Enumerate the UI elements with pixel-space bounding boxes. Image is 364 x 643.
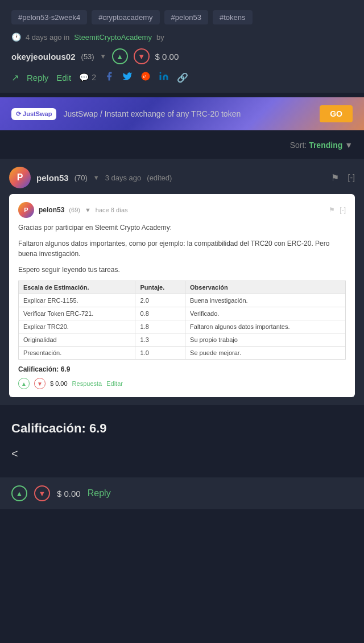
comment-collapse-button[interactable]: [-] xyxy=(348,173,355,182)
bottom-upvote-button[interactable]: ▲ xyxy=(11,485,27,501)
table-header-score: Puntaje. xyxy=(135,281,185,294)
comment-time: 3 days ago xyxy=(105,174,142,182)
facebook-icon[interactable] xyxy=(104,71,114,84)
nested-upvote-button[interactable]: ▲ xyxy=(18,378,30,389)
nested-collapse-button[interactable]: [-] xyxy=(340,206,346,214)
row5-score: 1.0 xyxy=(135,347,185,360)
row1-score: 2.0 xyxy=(135,294,185,307)
justswap-logo: ⟳ JustSwap xyxy=(11,108,56,120)
nested-body-text: Faltaron algunos datos importantes, como… xyxy=(18,238,346,259)
prev-nav-arrow[interactable]: < xyxy=(11,447,353,460)
table-header-criteria: Escala de Estimación. xyxy=(19,281,135,294)
bottom-downvote-button[interactable]: ▼ xyxy=(34,485,50,501)
bottom-action-bar: ▲ ▼ $ 0.00 Reply xyxy=(0,477,364,509)
tag-tokens[interactable]: #tokens xyxy=(213,10,253,24)
row2-criteria: Verificar Token ERC-721. xyxy=(19,307,135,320)
sort-bar: Sort: Trending ▼ xyxy=(0,136,364,154)
banner-text: JustSwap / Instant exchange of any TRC-2… xyxy=(63,109,313,118)
row4-criteria: Originalidad xyxy=(19,333,135,347)
row3-observation: Faltaron algunos datos importantes. xyxy=(185,320,346,333)
nested-grading-total: Calificación: 6.9 xyxy=(18,365,346,373)
nested-edit-link[interactable]: Editar xyxy=(106,380,123,387)
table-row: Explicar TRC20. 1.8 Faltaron algunos dat… xyxy=(19,320,346,333)
nested-dollar-amount: $ 0.00 xyxy=(50,380,68,387)
bottom-section: Calificación: 6.9 < xyxy=(0,410,364,477)
bottom-dollar-amount: $ 0.00 xyxy=(57,489,81,498)
tag-pelon53[interactable]: #pelon53 xyxy=(164,10,209,24)
justswap-banner[interactable]: ⟳ JustSwap JustSwap / Instant exchange o… xyxy=(0,97,364,130)
nested-comment-preview: P pelon53 (69) ▼ hace 8 días ⚑ [-] Graci… xyxy=(9,194,355,397)
comment-edited: (edited) xyxy=(147,174,172,182)
tag-cryptoacademy[interactable]: #cryptoacademy xyxy=(92,10,159,24)
comment-flag-icon[interactable]: ⚑ xyxy=(331,172,339,183)
comments-count[interactable]: 💬 2 xyxy=(79,73,96,82)
top-section: #pelon53-s2week4 #cryptoacademy #pelon53… xyxy=(0,0,364,93)
edit-link[interactable]: Edit xyxy=(56,73,71,83)
by-text: by xyxy=(156,33,164,42)
row3-criteria: Explicar TRC20. xyxy=(19,320,135,333)
time-ago-text: 4 days ago in xyxy=(26,33,69,42)
linkedin-icon[interactable] xyxy=(159,71,169,84)
comment-author[interactable]: pelon53 xyxy=(36,173,69,183)
author-name[interactable]: okeyjeoulous02 xyxy=(11,52,76,61)
table-row: Verificar Token ERC-721. 0.8 Verificado. xyxy=(19,307,346,320)
row5-criteria: Presentación. xyxy=(19,347,135,360)
table-row: Presentación. 1.0 Se puede mejorar. xyxy=(19,347,346,360)
row2-score: 0.8 xyxy=(135,307,185,320)
table-row: Explicar ERC-1155. 2.0 Buena investigaci… xyxy=(19,294,346,307)
row5-observation: Se puede mejorar. xyxy=(185,347,346,360)
comment-dropdown-icon[interactable]: ▼ xyxy=(93,174,100,181)
post-dollar-amount: $ 0.00 xyxy=(155,52,179,61)
downvote-button[interactable]: ▼ xyxy=(134,48,150,64)
calificacion-title: Calificación: 6.9 xyxy=(11,421,353,436)
nested-time: hace 8 días xyxy=(96,207,128,213)
twitter-icon[interactable] xyxy=(122,71,133,84)
nested-actions: ▲ ▼ $ 0.00 Respuesta Editar xyxy=(18,378,346,389)
author-dropdown-icon[interactable]: ▼ xyxy=(100,53,106,60)
nested-avatar: P xyxy=(18,202,34,218)
nested-followup-text: Espero seguir leyendo tus tareas. xyxy=(18,265,346,275)
repost-icon[interactable]: ↗ xyxy=(11,72,19,83)
nested-dropdown-icon[interactable]: ▼ xyxy=(85,207,91,213)
reply-link[interactable]: Reply xyxy=(27,73,48,83)
sort-value[interactable]: Trending xyxy=(309,141,342,150)
row4-observation: Su propio trabajo xyxy=(185,333,346,347)
row3-score: 1.8 xyxy=(135,320,185,333)
action-row: ↗ Reply Edit 💬 2 r/ 🔗 xyxy=(11,71,353,84)
nested-header: P pelon53 (69) ▼ hace 8 días ⚑ [-] xyxy=(18,202,346,218)
tag-pelon53-s2week4[interactable]: #pelon53-s2week4 xyxy=(11,10,87,24)
tags-row: #pelon53-s2week4 #cryptoacademy #pelon53… xyxy=(11,10,353,24)
nested-reply-link[interactable]: Respuesta xyxy=(72,380,102,387)
comment-header: P pelon53 (70) ▼ 3 days ago (edited) ⚑ [… xyxy=(9,167,355,188)
link-icon[interactable]: 🔗 xyxy=(177,72,188,83)
banner-title: JustSwap xyxy=(63,109,98,118)
comment-rep: (70) xyxy=(75,174,88,182)
svg-point-2 xyxy=(160,72,162,74)
comment-number: 2 xyxy=(92,73,96,82)
comment-bubble-icon: 💬 xyxy=(79,73,89,82)
row4-score: 1.3 xyxy=(135,333,185,347)
nested-rep: (69) xyxy=(69,207,80,213)
row2-observation: Verificado. xyxy=(185,307,346,320)
grading-table: Escala de Estimación. Puntaje. Observaci… xyxy=(18,281,346,360)
bottom-reply-link[interactable]: Reply xyxy=(88,488,111,498)
nested-greeting: Gracias por participar en Steemit Crypto… xyxy=(18,222,346,233)
table-header-observation: Observación xyxy=(185,281,346,294)
row1-criteria: Explicar ERC-1155. xyxy=(19,294,135,307)
nested-flag-icon[interactable]: ⚑ xyxy=(329,206,335,214)
comment-avatar: P xyxy=(9,167,31,188)
community-link[interactable]: SteemitCryptoAcademy xyxy=(74,33,152,42)
reddit-icon[interactable]: r/ xyxy=(140,71,151,84)
go-button[interactable]: GO xyxy=(320,105,353,122)
upvote-button[interactable]: ▲ xyxy=(112,48,128,64)
clock-icon: 🕐 xyxy=(11,32,21,42)
comment-block: P pelon53 (70) ▼ 3 days ago (edited) ⚑ [… xyxy=(0,159,364,405)
author-rep: (53) xyxy=(81,52,94,61)
sort-arrow-icon[interactable]: ▼ xyxy=(345,141,353,150)
nested-author[interactable]: pelon53 xyxy=(39,206,64,214)
author-row: okeyjeoulous02 (53) ▼ ▲ ▼ $ 0.00 xyxy=(11,48,353,64)
row1-observation: Buena investigación. xyxy=(185,294,346,307)
banner-subtitle: / Instant exchange of any TRC-20 token xyxy=(98,109,241,118)
nested-downvote-button[interactable]: ▼ xyxy=(34,378,46,389)
sort-label: Sort: xyxy=(290,141,307,150)
